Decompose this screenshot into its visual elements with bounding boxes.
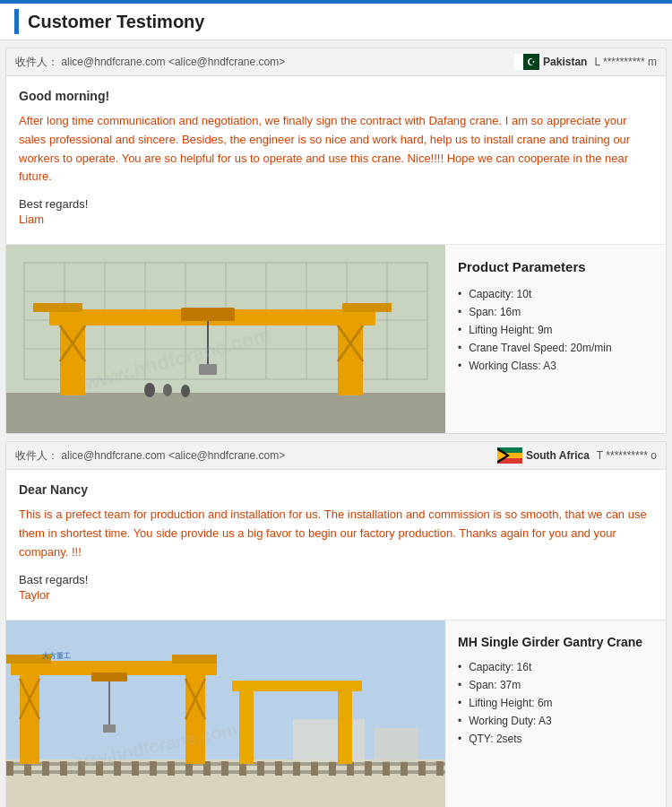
svg-rect-38: [42, 761, 49, 776]
svg-rect-57: [383, 761, 390, 776]
email-value-1: alice@hndfcrane.com <alice@hndfcrane.com…: [61, 56, 285, 68]
svg-rect-21: [181, 308, 235, 321]
crane-image-2: 大方重工 www.hndfcrane.com: [6, 620, 445, 807]
svg-rect-45: [168, 761, 175, 776]
signer-1: Liam: [19, 213, 653, 226]
svg-rect-77: [338, 688, 352, 764]
crane-svg-2: 大方重工 www.hndfcrane.com: [6, 620, 445, 807]
email-address-2: 收件人： alice@hndfcrane.com <alice@hndfcran…: [15, 448, 490, 464]
crane-image-1: www.hndfcrane.com: [6, 245, 445, 433]
crane-svg-1: www.hndfcrane.com: [6, 245, 445, 433]
svg-rect-53: [311, 761, 318, 776]
testimony-card-2: 收件人： alice@hndfcrane.com <alice@hndfcran…: [5, 441, 667, 807]
svg-rect-62: [374, 728, 418, 762]
message-content-2: This is a prefect team for production an…: [19, 508, 647, 559]
country-name-2: South Africa: [526, 449, 590, 462]
product-section-1: www.hndfcrane.com Product Parameters Cap…: [6, 244, 666, 433]
svg-rect-50: [257, 761, 264, 776]
param-item: Capacity: 16t: [458, 658, 653, 676]
message-text-2: This is a prefect team for production an…: [19, 506, 653, 561]
country-name-1: Pakistan: [543, 56, 587, 68]
svg-rect-78: [232, 681, 362, 691]
email-value-2: alice@hndfcrane.com <alice@hndfcrane.com…: [61, 449, 285, 462]
page-title: Customer Testimony: [28, 12, 204, 32]
param-list-1: Capacity: 10t Span: 16m Lifting Height: …: [458, 285, 653, 375]
message-text-1: After long time communication and negoti…: [19, 112, 653, 187]
svg-rect-56: [365, 761, 372, 776]
svg-rect-52: [293, 761, 300, 776]
svg-rect-48: [221, 761, 228, 776]
svg-point-28: [144, 383, 155, 397]
product-params-1: Product Parameters Capacity: 10t Span: 1…: [445, 245, 666, 433]
svg-point-30: [181, 385, 190, 397]
param-item: Capacity: 10t: [458, 285, 653, 303]
param-item: Lifting Height: 6m: [458, 694, 653, 712]
flag-southafrica: [497, 447, 522, 464]
product-title-1: Product Parameters: [458, 259, 653, 274]
svg-rect-58: [401, 761, 408, 776]
email-bar-2: 收件人： alice@hndfcrane.com <alice@hndfcran…: [6, 442, 666, 470]
header-accent-bar: [14, 9, 19, 34]
email-label-2: 收件人：: [15, 449, 58, 462]
country-code-1: L ********** m: [594, 56, 657, 68]
svg-rect-36: [6, 761, 13, 776]
svg-rect-1: [6, 393, 445, 433]
svg-rect-60: [436, 761, 444, 776]
product-section-2: 大方重工 www.hndfcrane.com MH Single Girder …: [6, 620, 666, 807]
page-header: Customer Testimony: [0, 0, 672, 40]
param-item: Span: 16m: [458, 303, 653, 321]
svg-rect-59: [418, 761, 426, 776]
sign-off-1: Best regards!: [19, 197, 653, 211]
svg-rect-67: [172, 655, 217, 664]
svg-rect-23: [199, 364, 217, 375]
email-label-1: 收件人：: [15, 56, 58, 68]
svg-rect-20: [342, 303, 392, 312]
param-item: QTY: 2sets: [458, 730, 653, 748]
param-item: Span: 37m: [458, 676, 653, 694]
param-item: Crane Travel Speed: 20m/min: [458, 339, 653, 357]
svg-rect-44: [150, 761, 157, 776]
greeting-1: Good morning!: [19, 89, 653, 103]
product-params-2: MH Single Girder Gantry Crane Capacity: …: [445, 620, 666, 807]
email-bar-1: 收件人： alice@hndfcrane.com <alice@hndfcran…: [6, 48, 666, 76]
svg-rect-74: [103, 725, 116, 733]
country-code-2: T ********** o: [597, 449, 657, 462]
svg-rect-72: [91, 672, 127, 681]
svg-point-29: [163, 384, 172, 396]
testimony-card-1: 收件人： alice@hndfcrane.com <alice@hndfcran…: [5, 48, 667, 434]
message-body-1: Good morning! After long time communicat…: [6, 76, 666, 244]
svg-rect-61: [293, 719, 365, 762]
param-item: Working Duty: A3: [458, 712, 653, 730]
svg-rect-51: [275, 761, 282, 776]
svg-rect-19: [33, 303, 82, 312]
param-item: Lifting Height: 9m: [458, 321, 653, 339]
sign-off-2: Bast regards!: [19, 573, 653, 586]
flag-pakistan: [514, 54, 539, 70]
message-body-2: Dear Nancy This is a prefect team for pr…: [6, 470, 666, 619]
param-list-2: Capacity: 16t Span: 37m Lifting Height: …: [458, 658, 653, 748]
greeting-2: Dear Nancy: [19, 482, 653, 497]
signer-2: Taylor: [19, 588, 653, 602]
param-item: Working Class: A3: [458, 357, 653, 375]
svg-rect-43: [132, 761, 139, 776]
svg-rect-54: [329, 761, 336, 776]
email-address-1: 收件人： alice@hndfcrane.com <alice@hndfcran…: [15, 55, 507, 70]
svg-text:大方重工: 大方重工: [42, 652, 71, 660]
product-title-2: MH Single Girder Gantry Crane: [458, 635, 653, 649]
svg-rect-76: [239, 688, 254, 764]
message-content-1: After long time communication and negoti…: [19, 114, 630, 183]
